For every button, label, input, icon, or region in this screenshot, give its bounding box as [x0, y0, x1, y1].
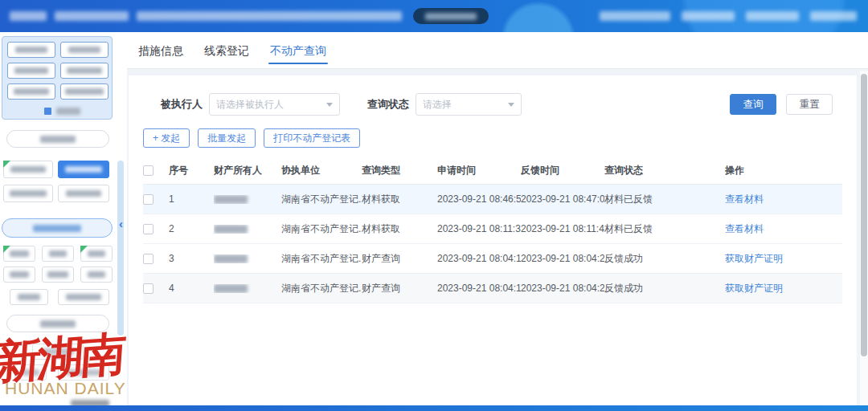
- row-feedback-time: 2023-09-21 08:04:21: [521, 253, 604, 264]
- row-apply-time: 2023-09-21 08:11:38: [437, 223, 521, 234]
- row-checkbox[interactable]: [143, 254, 154, 264]
- row-unit: 湖南省不动产登记...: [281, 252, 362, 266]
- query-result-table: 序号 财产所有人 协执单位 查询类型 申请时间 反馈时间 查询状态 操作: [143, 157, 842, 303]
- flow-group-panel: [2, 36, 113, 120]
- scrollbar-track[interactable]: [860, 71, 868, 405]
- header-menu-item-blurred[interactable]: [746, 11, 799, 21]
- col-header-no: 序号: [169, 164, 214, 177]
- row-unit: 湖南省不动产登记...: [281, 282, 362, 295]
- row-no: 3: [169, 253, 214, 264]
- flow-node[interactable]: [3, 246, 35, 262]
- row-no: 2: [169, 223, 214, 234]
- row-action-link[interactable]: 获取财产证明: [725, 283, 783, 294]
- row-action-link[interactable]: 查看材料: [725, 193, 764, 205]
- header-menu-item-blurred[interactable]: [682, 11, 735, 21]
- flow-node-active[interactable]: [58, 161, 109, 178]
- table-body: 1 湖南省不动产登记... 材料获取 2023-09-21 08:46:58 2…: [143, 185, 842, 303]
- query-panel: 被执行人 请选择被执行人 查询状态 请选择 查询 重置: [129, 75, 857, 405]
- col-header-owner: 财产所有人: [214, 164, 281, 177]
- owner-name-blurred: [214, 284, 248, 293]
- row-status: 材料已反馈: [604, 193, 725, 206]
- main-content: 措施信息 线索登记 不动产查询 被执行人 请选择被执行人 查询状态 请选择: [127, 32, 868, 405]
- col-header-type: 查询类型: [362, 164, 437, 177]
- flow-node-property-query[interactable]: [2, 218, 113, 238]
- query-status-select[interactable]: 请选择: [416, 93, 522, 116]
- table-row: 4 湖南省不动产登记... 财产查询 2023-09-21 08:04:12 2…: [143, 274, 842, 303]
- row-unit: 湖南省不动产登记...: [281, 193, 362, 206]
- reset-button[interactable]: 重置: [786, 94, 833, 115]
- sidebar-flowchart: ‹ 新湖南 HUNAN DAILY: [0, 32, 127, 405]
- col-header-status: 查询状态: [604, 164, 725, 177]
- flow-node[interactable]: [3, 185, 53, 202]
- executee-placeholder: 请选择被执行人: [216, 98, 321, 112]
- flow-node-flagged[interactable]: [3, 161, 53, 178]
- select-all-checkbox[interactable]: [143, 165, 154, 176]
- flow-legend: [44, 108, 80, 115]
- header-title-blurred: [10, 11, 402, 21]
- flow-node[interactable]: [58, 185, 109, 202]
- row-checkbox[interactable]: [143, 194, 154, 205]
- table-row: 1 湖南省不动产登记... 材料获取 2023-09-21 08:46:58 2…: [143, 185, 842, 214]
- batch-initiate-button[interactable]: 批量发起: [198, 128, 256, 148]
- row-action-link[interactable]: 获取财产证明: [725, 253, 783, 264]
- query-status-placeholder: 请选择: [423, 98, 503, 112]
- flow-node[interactable]: [60, 63, 108, 79]
- table-row: 3 湖南省不动产登记... 财产查询 2023-09-21 08:04:12 2…: [143, 244, 842, 274]
- row-no: 1: [169, 193, 214, 205]
- blurred-text: [10, 11, 47, 21]
- flow-node[interactable]: [42, 246, 74, 262]
- flow-node[interactable]: [42, 267, 74, 283]
- legend-square-icon: [44, 108, 51, 115]
- row-checkbox[interactable]: [143, 283, 154, 294]
- tab-real-estate-query[interactable]: 不动产查询: [270, 32, 326, 69]
- header-badge[interactable]: [413, 8, 489, 24]
- query-status-label: 查询状态: [367, 97, 409, 112]
- row-query-type: 材料获取: [362, 193, 437, 206]
- col-header-apply-time: 申请时间: [437, 164, 521, 177]
- flow-node[interactable]: [3, 267, 35, 283]
- header-menu-item-blurred[interactable]: [600, 11, 670, 21]
- flow-node[interactable]: [10, 289, 48, 305]
- header-menu: [600, 11, 857, 21]
- scrollbar-thumb[interactable]: [861, 74, 867, 356]
- owner-name-blurred: [214, 195, 248, 204]
- filter-row: 被执行人 请选择被执行人 查询状态 请选择 查询 重置: [161, 93, 833, 116]
- query-button[interactable]: 查询: [730, 94, 776, 115]
- collapse-sidebar-icon[interactable]: ‹: [116, 215, 126, 233]
- tab-measure-info[interactable]: 措施信息: [138, 32, 183, 69]
- row-apply-time: 2023-09-21 08:46:58: [437, 193, 521, 205]
- executee-label: 被执行人: [161, 97, 203, 112]
- row-action-link[interactable]: 查看材料: [725, 223, 764, 234]
- col-header-unit: 协执单位: [281, 164, 362, 177]
- flow-node-flagged[interactable]: [80, 246, 113, 262]
- flow-node-pill[interactable]: [6, 130, 109, 148]
- toolbar: + 发起 批量发起 打印不动产登记表: [143, 128, 857, 148]
- chevron-down-icon: [326, 103, 333, 107]
- executee-select[interactable]: 请选择被执行人: [209, 93, 340, 116]
- col-header-action: 操作: [725, 164, 842, 177]
- flow-node[interactable]: [7, 83, 55, 100]
- owner-name-blurred: [214, 254, 248, 263]
- flow-node[interactable]: [80, 267, 113, 283]
- flow-node[interactable]: [7, 42, 55, 58]
- row-apply-time: 2023-09-21 08:04:12: [437, 283, 521, 294]
- blurred-text: [137, 11, 402, 21]
- row-feedback-time: 2023-09-21 08:11:44: [521, 223, 604, 234]
- flow-node[interactable]: [60, 42, 108, 58]
- row-feedback-time: 2023-09-21 08:47:04: [521, 193, 604, 205]
- flow-node[interactable]: [58, 289, 109, 305]
- chevron-down-icon: [508, 103, 514, 107]
- hunan-daily-logo-subtitle: HUNAN DAILY: [5, 379, 126, 398]
- initiate-button[interactable]: + 发起: [143, 128, 190, 148]
- screenshot-root: ‹ 新湖南 HUNAN DAILY 措施信息 线索登记 不动产查询 被执行人 请…: [0, 0, 868, 411]
- print-registration-button[interactable]: 打印不动产登记表: [264, 128, 360, 148]
- flow-node[interactable]: [7, 63, 55, 79]
- row-checkbox[interactable]: [143, 224, 154, 234]
- col-header-feedback-time: 反馈时间: [521, 164, 604, 177]
- table-header-row: 序号 财产所有人 协执单位 查询类型 申请时间 反馈时间 查询状态 操作: [143, 157, 842, 185]
- tab-clue-registration[interactable]: 线索登记: [204, 32, 249, 69]
- flow-node[interactable]: [60, 83, 108, 100]
- row-no: 4: [169, 283, 214, 294]
- header-menu-item-blurred[interactable]: [810, 11, 857, 21]
- sidebar-scroll-rail[interactable]: [117, 161, 124, 336]
